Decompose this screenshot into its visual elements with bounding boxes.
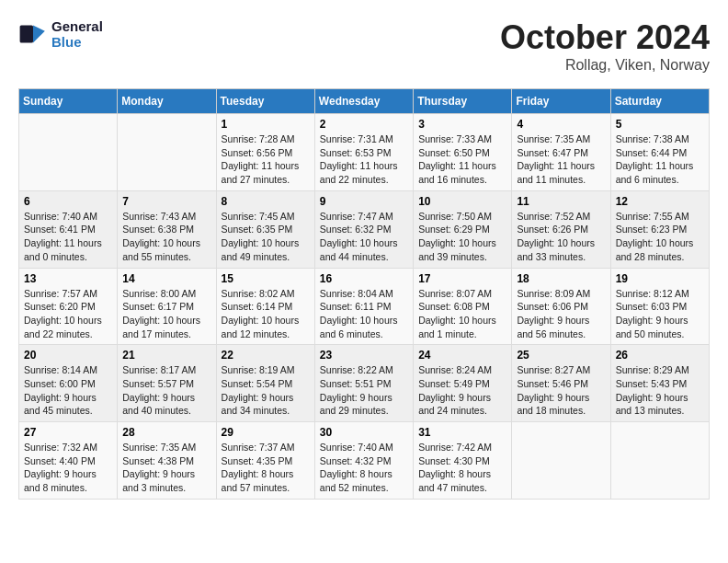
calendar-cell: 1Sunrise: 7:28 AM Sunset: 6:56 PM Daylig… [216, 114, 314, 191]
day-info: Sunrise: 8:04 AM Sunset: 6:11 PM Dayligh… [320, 287, 408, 341]
day-number: 14 [122, 272, 210, 285]
column-header-tuesday: Tuesday [216, 89, 314, 114]
calendar-cell: 12Sunrise: 7:55 AM Sunset: 6:23 PM Dayli… [610, 190, 709, 268]
calendar-cell: 16Sunrise: 8:04 AM Sunset: 6:11 PM Dayli… [314, 268, 413, 345]
day-info: Sunrise: 7:33 AM Sunset: 6:50 PM Dayligh… [418, 132, 506, 187]
day-info: Sunrise: 8:09 AM Sunset: 6:06 PM Dayligh… [517, 287, 605, 341]
calendar-cell: 31Sunrise: 7:42 AM Sunset: 4:30 PM Dayli… [414, 422, 512, 500]
day-number: 20 [24, 349, 112, 362]
week-row-2: 6Sunrise: 7:40 AM Sunset: 6:41 PM Daylig… [19, 190, 710, 268]
calendar-cell: 6Sunrise: 7:40 AM Sunset: 6:41 PM Daylig… [19, 190, 118, 268]
day-number: 4 [517, 118, 605, 131]
calendar-cell: 19Sunrise: 8:12 AM Sunset: 6:03 PM Dayli… [610, 268, 709, 345]
calendar-title: October 2024 [500, 18, 710, 57]
day-number: 16 [320, 272, 408, 285]
day-info: Sunrise: 8:12 AM Sunset: 6:03 PM Dayligh… [616, 287, 704, 341]
day-number: 18 [517, 272, 605, 285]
day-number: 29 [222, 426, 310, 439]
day-info: Sunrise: 8:27 AM Sunset: 5:46 PM Dayligh… [517, 363, 605, 418]
calendar-cell [610, 422, 709, 500]
day-number: 17 [418, 272, 506, 285]
day-info: Sunrise: 7:42 AM Sunset: 4:30 PM Dayligh… [418, 441, 506, 495]
day-info: Sunrise: 8:22 AM Sunset: 5:51 PM Dayligh… [320, 363, 408, 418]
day-info: Sunrise: 7:31 AM Sunset: 6:53 PM Dayligh… [320, 132, 408, 187]
day-info: Sunrise: 7:35 AM Sunset: 6:47 PM Dayligh… [517, 132, 605, 187]
day-info: Sunrise: 7:45 AM Sunset: 6:35 PM Dayligh… [222, 210, 310, 264]
svg-rect-0 [20, 25, 33, 42]
day-number: 22 [222, 349, 310, 362]
week-row-1: 1Sunrise: 7:28 AM Sunset: 6:56 PM Daylig… [19, 114, 710, 191]
calendar-cell: 3Sunrise: 7:33 AM Sunset: 6:50 PM Daylig… [414, 114, 512, 191]
calendar-cell: 29Sunrise: 7:37 AM Sunset: 4:35 PM Dayli… [216, 422, 314, 500]
calendar-cell: 23Sunrise: 8:22 AM Sunset: 5:51 PM Dayli… [314, 345, 413, 422]
calendar-cell: 18Sunrise: 8:09 AM Sunset: 6:06 PM Dayli… [512, 268, 610, 345]
day-info: Sunrise: 7:57 AM Sunset: 6:20 PM Dayligh… [24, 287, 112, 341]
day-info: Sunrise: 7:50 AM Sunset: 6:29 PM Dayligh… [418, 210, 506, 264]
column-header-saturday: Saturday [610, 89, 709, 114]
calendar-cell: 17Sunrise: 8:07 AM Sunset: 6:08 PM Dayli… [414, 268, 512, 345]
calendar-cell: 4Sunrise: 7:35 AM Sunset: 6:47 PM Daylig… [512, 114, 610, 191]
day-info: Sunrise: 8:19 AM Sunset: 5:54 PM Dayligh… [222, 363, 310, 418]
header-row: SundayMondayTuesdayWednesdayThursdayFrid… [19, 89, 710, 114]
day-number: 26 [616, 349, 704, 362]
calendar-cell: 21Sunrise: 8:17 AM Sunset: 5:57 PM Dayli… [118, 345, 216, 422]
calendar-cell: 11Sunrise: 7:52 AM Sunset: 6:26 PM Dayli… [512, 190, 610, 268]
calendar-cell: 24Sunrise: 8:24 AM Sunset: 5:49 PM Dayli… [414, 345, 512, 422]
day-info: Sunrise: 7:32 AM Sunset: 4:40 PM Dayligh… [24, 441, 112, 495]
calendar-cell: 25Sunrise: 8:27 AM Sunset: 5:46 PM Dayli… [512, 345, 610, 422]
calendar-cell: 15Sunrise: 8:02 AM Sunset: 6:14 PM Dayli… [216, 268, 314, 345]
week-row-4: 20Sunrise: 8:14 AM Sunset: 6:00 PM Dayli… [19, 345, 710, 422]
calendar-cell [118, 114, 216, 191]
calendar-cell: 20Sunrise: 8:14 AM Sunset: 6:00 PM Dayli… [19, 345, 118, 422]
day-number: 9 [320, 195, 408, 208]
day-info: Sunrise: 7:35 AM Sunset: 4:38 PM Dayligh… [122, 441, 210, 495]
day-number: 1 [222, 118, 310, 131]
column-header-thursday: Thursday [414, 89, 512, 114]
day-number: 24 [418, 349, 506, 362]
calendar-cell: 26Sunrise: 8:29 AM Sunset: 5:43 PM Dayli… [610, 345, 709, 422]
day-info: Sunrise: 7:37 AM Sunset: 4:35 PM Dayligh… [222, 441, 310, 495]
day-number: 15 [222, 272, 310, 285]
day-info: Sunrise: 7:43 AM Sunset: 6:38 PM Dayligh… [122, 210, 210, 264]
week-row-5: 27Sunrise: 7:32 AM Sunset: 4:40 PM Dayli… [19, 422, 710, 500]
day-info: Sunrise: 7:47 AM Sunset: 6:32 PM Dayligh… [320, 210, 408, 264]
day-info: Sunrise: 7:38 AM Sunset: 6:44 PM Dayligh… [616, 132, 704, 187]
day-info: Sunrise: 8:17 AM Sunset: 5:57 PM Dayligh… [122, 363, 210, 418]
day-info: Sunrise: 7:40 AM Sunset: 6:41 PM Dayligh… [24, 210, 112, 264]
day-info: Sunrise: 8:00 AM Sunset: 6:17 PM Dayligh… [122, 287, 210, 341]
calendar-subtitle: Rollag, Viken, Norway [500, 57, 710, 74]
day-number: 12 [616, 195, 704, 208]
calendar-cell: 7Sunrise: 7:43 AM Sunset: 6:38 PM Daylig… [118, 190, 216, 268]
day-number: 11 [517, 195, 605, 208]
day-info: Sunrise: 8:29 AM Sunset: 5:43 PM Dayligh… [616, 363, 704, 418]
calendar-cell: 30Sunrise: 7:40 AM Sunset: 4:32 PM Dayli… [314, 422, 413, 500]
day-number: 7 [122, 195, 210, 208]
day-number: 13 [24, 272, 112, 285]
day-info: Sunrise: 8:02 AM Sunset: 6:14 PM Dayligh… [222, 287, 310, 341]
calendar-cell: 13Sunrise: 7:57 AM Sunset: 6:20 PM Dayli… [19, 268, 118, 345]
day-number: 3 [418, 118, 506, 131]
svg-marker-1 [33, 25, 45, 42]
day-info: Sunrise: 7:55 AM Sunset: 6:23 PM Dayligh… [616, 210, 704, 264]
calendar-cell: 2Sunrise: 7:31 AM Sunset: 6:53 PM Daylig… [314, 114, 413, 191]
day-number: 25 [517, 349, 605, 362]
day-info: Sunrise: 7:28 AM Sunset: 6:56 PM Dayligh… [222, 132, 310, 187]
calendar-cell: 28Sunrise: 7:35 AM Sunset: 4:38 PM Dayli… [118, 422, 216, 500]
day-number: 6 [24, 195, 112, 208]
day-number: 23 [320, 349, 408, 362]
day-number: 5 [616, 118, 704, 131]
day-info: Sunrise: 8:24 AM Sunset: 5:49 PM Dayligh… [418, 363, 506, 418]
calendar-cell: 9Sunrise: 7:47 AM Sunset: 6:32 PM Daylig… [314, 190, 413, 268]
calendar-table: SundayMondayTuesdayWednesdayThursdayFrid… [18, 88, 710, 500]
calendar-cell: 22Sunrise: 8:19 AM Sunset: 5:54 PM Dayli… [216, 345, 314, 422]
day-number: 21 [122, 349, 210, 362]
day-number: 31 [418, 426, 506, 439]
day-number: 19 [616, 272, 704, 285]
day-info: Sunrise: 8:14 AM Sunset: 6:00 PM Dayligh… [24, 363, 112, 418]
calendar-cell: 10Sunrise: 7:50 AM Sunset: 6:29 PM Dayli… [414, 190, 512, 268]
column-header-friday: Friday [512, 89, 610, 114]
day-number: 30 [320, 426, 408, 439]
calendar-cell: 8Sunrise: 7:45 AM Sunset: 6:35 PM Daylig… [216, 190, 314, 268]
column-header-monday: Monday [118, 89, 216, 114]
day-number: 10 [418, 195, 506, 208]
